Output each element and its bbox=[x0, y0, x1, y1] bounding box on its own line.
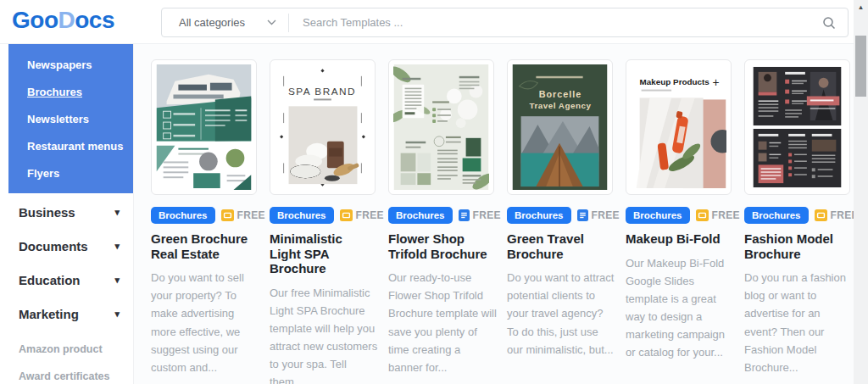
template-description: Do you want to attract potential clients… bbox=[507, 269, 615, 358]
google-docs-icon bbox=[459, 209, 470, 221]
badge-brochures[interactable]: Brochures bbox=[388, 207, 453, 224]
plus-icon: + bbox=[712, 75, 719, 89]
sidebar-item-brochures[interactable]: Brochures bbox=[27, 78, 133, 105]
caret-down-icon: ▾ bbox=[114, 241, 120, 252]
template-card: Brochures FREE Fashion Model Brochure Do… bbox=[744, 59, 850, 384]
free-badge: FREE bbox=[577, 209, 620, 221]
free-badge: FREE bbox=[459, 209, 501, 221]
category-label: Education bbox=[19, 273, 81, 287]
sidebar-item-flyers[interactable]: Flyers bbox=[27, 159, 133, 186]
sidebar-item-education[interactable]: Education ▾ bbox=[19, 263, 133, 297]
logo[interactable]: GooDocs bbox=[12, 7, 114, 34]
template-description: Our Makeup Bi-Fold Google Slides templat… bbox=[626, 254, 734, 361]
template-card: Makeup Products + Brochures bbox=[626, 59, 732, 384]
free-badge: FREE bbox=[221, 209, 265, 221]
sidebar: Newspapers Brochures Newsletters Restaur… bbox=[0, 44, 134, 384]
template-thumbnail-spa[interactable]: SPA BRAND bbox=[270, 59, 376, 195]
template-card: Brochures FREE Green Brochure Real Estat… bbox=[151, 59, 257, 384]
template-title[interactable]: Makeup Bi-Fold bbox=[626, 231, 732, 247]
search-input[interactable] bbox=[289, 16, 810, 29]
free-label: FREE bbox=[592, 209, 620, 221]
free-badge: FREE bbox=[340, 209, 384, 221]
template-thumbnail-makeup[interactable]: Makeup Products + bbox=[626, 59, 732, 195]
logo-part1: Goo bbox=[12, 7, 58, 33]
free-badge: FREE bbox=[815, 209, 859, 221]
template-description: Our ready-to-use Flower Shop Trifold Bro… bbox=[388, 269, 497, 376]
template-title[interactable]: Minimalistic Light SPA Brochure bbox=[270, 231, 376, 276]
template-title[interactable]: Green Brochure Real Estate bbox=[151, 231, 257, 261]
sidebar-featured-group: Newspapers Brochures Newsletters Restaur… bbox=[8, 44, 133, 193]
google-slides-icon bbox=[221, 209, 234, 221]
vertical-scrollbar[interactable]: ▴ bbox=[854, 0, 868, 384]
free-badge: FREE bbox=[696, 209, 740, 221]
sidebar-item-business[interactable]: Business ▾ bbox=[19, 195, 133, 229]
search-bar: All categories bbox=[161, 8, 849, 37]
template-description: Do you want to sell your property? To ma… bbox=[151, 269, 259, 376]
sidebar-sub-group: Amazon product Award certificates bbox=[0, 331, 133, 384]
search-icon bbox=[822, 16, 836, 30]
badge-brochures[interactable]: Brochures bbox=[744, 207, 809, 224]
template-title[interactable]: Green Travel Brochure bbox=[507, 231, 613, 261]
template-grid: Brochures FREE Green Brochure Real Estat… bbox=[134, 44, 854, 384]
chevron-down-icon bbox=[267, 19, 276, 25]
template-thumbnail-flower-shop[interactable] bbox=[388, 59, 494, 195]
template-card: Borcelle Travel Agency Brochures FREE bbox=[507, 59, 613, 384]
category-dropdown[interactable]: All categories bbox=[162, 16, 288, 29]
travel-thumb-line1: Borcelle bbox=[539, 89, 582, 99]
badge-brochures[interactable]: Brochures bbox=[270, 207, 334, 224]
free-label: FREE bbox=[473, 209, 501, 221]
logo-part2: D bbox=[58, 7, 75, 33]
template-thumbnail-travel[interactable]: Borcelle Travel Agency bbox=[507, 59, 613, 195]
template-title[interactable]: Fashion Model Brochure bbox=[744, 231, 850, 261]
caret-down-icon: ▾ bbox=[114, 275, 120, 286]
template-title[interactable]: Flower Shop Trifold Brochure bbox=[388, 231, 494, 261]
sidebar-item-marketing[interactable]: Marketing ▾ bbox=[19, 297, 133, 331]
sidebar-item-amazon-product[interactable]: Amazon product bbox=[19, 336, 133, 363]
category-label: Business bbox=[19, 205, 75, 220]
scrollbar-thumb[interactable] bbox=[855, 36, 866, 97]
template-card: SPA BRAND Brochures bbox=[270, 59, 376, 384]
category-dropdown-label: All categories bbox=[179, 16, 245, 29]
spa-thumb-heading: SPA BRAND bbox=[288, 86, 356, 97]
category-label: Documents bbox=[19, 239, 88, 253]
caret-down-icon: ▾ bbox=[114, 207, 120, 218]
google-slides-icon bbox=[815, 209, 827, 221]
category-label: Marketing bbox=[19, 307, 79, 321]
sidebar-item-award-certificates[interactable]: Award certificates bbox=[19, 363, 133, 384]
badge-brochures[interactable]: Brochures bbox=[507, 207, 571, 224]
free-label: FREE bbox=[712, 209, 740, 221]
badge-brochures[interactable]: Brochures bbox=[151, 207, 215, 224]
scroll-up-arrow[interactable]: ▴ bbox=[854, 0, 868, 13]
travel-thumb-line2: Travel Agency bbox=[530, 101, 592, 110]
makeup-thumb-heading: Makeup Products bbox=[640, 77, 710, 86]
sidebar-item-documents[interactable]: Documents ▾ bbox=[19, 229, 133, 263]
badge-brochures[interactable]: Brochures bbox=[626, 207, 690, 224]
sidebar-item-newspapers[interactable]: Newspapers bbox=[27, 51, 133, 78]
template-description: Our free Minimalistic Light SPA Brochure… bbox=[270, 284, 378, 384]
free-label: FREE bbox=[237, 209, 265, 221]
sidebar-category-group: Business ▾ Documents ▾ Education ▾ Marke… bbox=[0, 193, 133, 331]
template-thumbnail-real-estate[interactable] bbox=[151, 59, 257, 195]
google-docs-icon bbox=[577, 209, 588, 221]
search-button[interactable] bbox=[810, 16, 848, 30]
sidebar-item-newsletters[interactable]: Newsletters bbox=[27, 105, 133, 132]
sidebar-item-restaurant-menus[interactable]: Restaurant menus bbox=[27, 132, 133, 159]
template-description: Do you run a fashion blog or want to adv… bbox=[744, 269, 853, 376]
template-thumbnail-fashion[interactable] bbox=[744, 59, 850, 195]
google-slides-icon bbox=[696, 209, 709, 221]
header: GooDocs All categories bbox=[0, 0, 854, 44]
caret-down-icon: ▾ bbox=[114, 309, 120, 320]
free-label: FREE bbox=[356, 209, 384, 221]
template-card: Brochures FREE Flower Shop Trifold Broch… bbox=[388, 59, 494, 384]
google-slides-icon bbox=[340, 209, 353, 221]
logo-part3: ocs bbox=[75, 7, 114, 33]
